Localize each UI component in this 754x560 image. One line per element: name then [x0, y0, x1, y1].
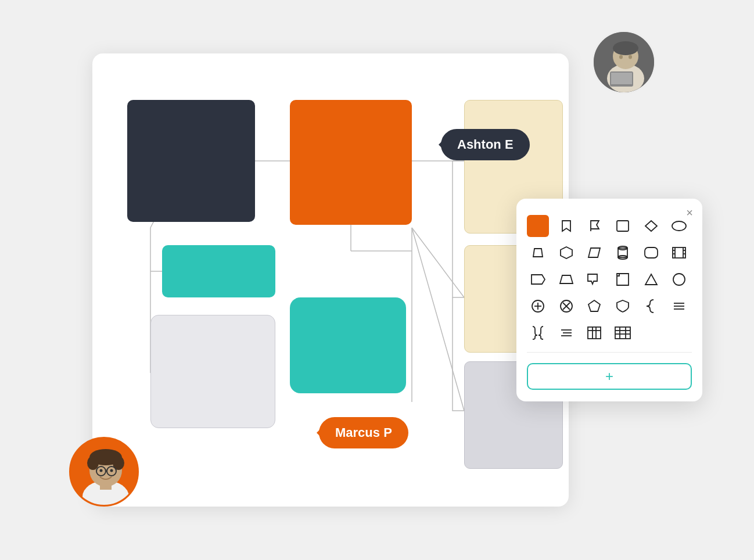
svg-marker-14 — [561, 247, 572, 259]
avatar-marcus — [69, 437, 139, 507]
shape-cell-rounded-rect[interactable] — [640, 242, 662, 264]
shape-cell-parallelogram[interactable] — [583, 242, 605, 264]
shape-orange-rectangle[interactable] — [290, 100, 412, 225]
canvas-board[interactable]: Ashton E Marcus P — [92, 53, 569, 507]
svg-rect-44 — [588, 327, 601, 339]
shape-cell-table-small[interactable] — [583, 322, 605, 344]
shape-cell-hexagon[interactable] — [555, 242, 577, 264]
shape-cell-chevron-flag[interactable] — [527, 268, 549, 290]
svg-marker-28 — [588, 274, 597, 284]
shape-cell-rect-outline[interactable] — [612, 215, 634, 237]
shape-cell-bookmark[interactable] — [555, 215, 577, 237]
svg-point-71 — [100, 469, 103, 472]
shape-cell-table-large[interactable] — [612, 322, 634, 344]
shape-cell-indent-list[interactable] — [555, 322, 577, 344]
shape-cell-square-notch[interactable] — [612, 268, 634, 290]
shape-cell-trapezoid[interactable] — [527, 242, 549, 264]
shape-cell-triangle[interactable] — [640, 268, 662, 290]
avatar-ashton-image — [594, 32, 656, 94]
add-shape-button[interactable]: + — [527, 363, 692, 390]
shape-teal-top[interactable] — [162, 245, 275, 297]
marcus-label-text: Marcus P — [335, 425, 392, 440]
svg-point-60 — [629, 55, 632, 59]
marcus-label-bubble: Marcus P — [319, 417, 408, 448]
close-button[interactable]: × — [686, 207, 693, 218]
svg-rect-48 — [615, 327, 630, 339]
shape-cell-pentagon[interactable] — [583, 295, 605, 317]
shape-cell-circle[interactable] — [668, 268, 690, 290]
svg-marker-13 — [533, 249, 543, 257]
picker-divider — [527, 352, 692, 353]
svg-line-5 — [412, 228, 464, 297]
svg-rect-19 — [645, 247, 658, 258]
shape-grid — [527, 215, 692, 344]
ashton-label-text: Ashton E — [457, 137, 514, 152]
svg-line-6 — [412, 228, 464, 411]
svg-point-72 — [110, 469, 113, 472]
svg-marker-27 — [560, 275, 573, 283]
shape-picker-panel: × — [516, 199, 702, 401]
shape-cell-list[interactable] — [668, 295, 690, 317]
svg-point-56 — [613, 41, 638, 55]
svg-rect-58 — [611, 73, 632, 84]
svg-point-59 — [619, 55, 623, 59]
svg-point-30 — [673, 274, 685, 285]
shape-cell-circle-plus[interactable] — [527, 295, 549, 317]
shape-cell-rect-fill[interactable] — [527, 215, 549, 237]
ashton-label-bubble: Ashton E — [441, 129, 530, 160]
svg-rect-10 — [617, 221, 629, 231]
shape-light-gray[interactable] — [150, 315, 275, 428]
shape-cell-flag[interactable] — [583, 215, 605, 237]
svg-point-12 — [672, 221, 686, 231]
shape-cell-callout-right[interactable] — [583, 268, 605, 290]
main-scene: Ashton E Marcus P × — [58, 30, 696, 530]
svg-marker-37 — [588, 300, 600, 311]
svg-marker-11 — [645, 221, 657, 231]
shape-cell-diamond[interactable] — [640, 215, 662, 237]
avatar-ashton — [592, 30, 656, 94]
shape-cell-film[interactable] — [668, 242, 690, 264]
shape-cell-brace2[interactable] — [527, 322, 549, 344]
shape-cell-trapezoid2[interactable] — [555, 268, 577, 290]
shape-cell-cylinder[interactable] — [612, 242, 634, 264]
svg-marker-15 — [588, 248, 600, 257]
shape-teal-bottom[interactable] — [290, 297, 406, 393]
shape-cell-shield[interactable] — [612, 295, 634, 317]
shape-cell-circle-x[interactable] — [555, 295, 577, 317]
svg-marker-29 — [645, 274, 657, 285]
shape-cell-brace[interactable] — [640, 295, 662, 317]
shape-dark-rectangle[interactable] — [127, 100, 255, 222]
